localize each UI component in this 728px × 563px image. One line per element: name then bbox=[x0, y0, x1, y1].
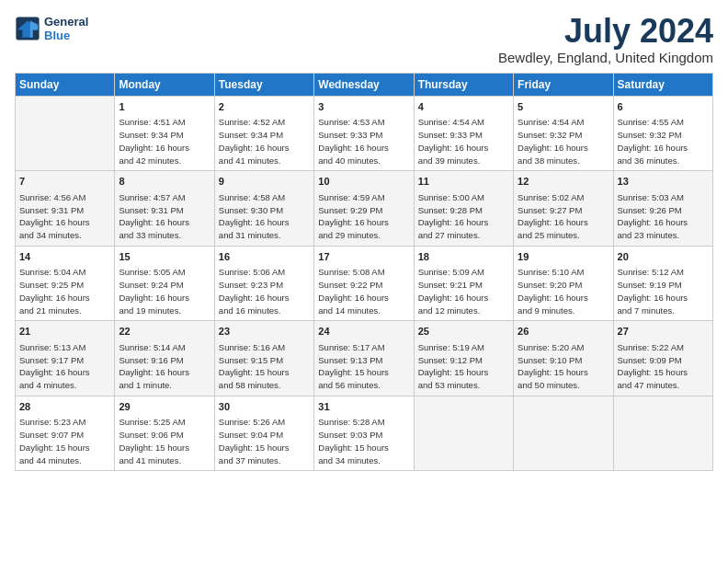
calendar-cell bbox=[514, 396, 613, 470]
day-info: Sunrise: 5:00 AM Sunset: 9:28 PM Dayligh… bbox=[418, 191, 509, 242]
day-info: Sunrise: 4:54 AM Sunset: 9:32 PM Dayligh… bbox=[518, 116, 609, 167]
calendar-cell: 30Sunrise: 5:26 AM Sunset: 9:04 PM Dayli… bbox=[214, 396, 313, 470]
calendar-cell: 27Sunrise: 5:22 AM Sunset: 9:09 PM Dayli… bbox=[613, 321, 712, 396]
calendar-cell: 18Sunrise: 5:09 AM Sunset: 9:21 PM Dayli… bbox=[414, 246, 513, 320]
calendar-cell: 17Sunrise: 5:08 AM Sunset: 9:22 PM Dayli… bbox=[314, 246, 414, 320]
calendar-cell: 29Sunrise: 5:25 AM Sunset: 9:06 PM Dayli… bbox=[115, 396, 214, 470]
calendar-cell: 8Sunrise: 4:57 AM Sunset: 9:31 PM Daylig… bbox=[115, 171, 214, 246]
calendar-week-5: 28Sunrise: 5:23 AM Sunset: 9:07 PM Dayli… bbox=[16, 396, 713, 470]
calendar-week-4: 21Sunrise: 5:13 AM Sunset: 9:17 PM Dayli… bbox=[16, 321, 713, 396]
calendar-cell: 16Sunrise: 5:06 AM Sunset: 9:23 PM Dayli… bbox=[214, 246, 313, 320]
day-info: Sunrise: 4:59 AM Sunset: 9:29 PM Dayligh… bbox=[318, 191, 409, 242]
day-info: Sunrise: 5:17 AM Sunset: 9:13 PM Dayligh… bbox=[318, 341, 409, 392]
day-number: 1 bbox=[119, 100, 210, 114]
calendar-cell: 19Sunrise: 5:10 AM Sunset: 9:20 PM Dayli… bbox=[514, 246, 613, 320]
day-number: 18 bbox=[418, 250, 509, 264]
calendar-cell: 12Sunrise: 5:02 AM Sunset: 9:27 PM Dayli… bbox=[514, 171, 613, 246]
day-info: Sunrise: 4:51 AM Sunset: 9:34 PM Dayligh… bbox=[119, 116, 210, 167]
day-info: Sunrise: 5:19 AM Sunset: 9:12 PM Dayligh… bbox=[418, 341, 509, 392]
day-info: Sunrise: 5:14 AM Sunset: 9:16 PM Dayligh… bbox=[119, 341, 210, 392]
day-info: Sunrise: 5:04 AM Sunset: 9:25 PM Dayligh… bbox=[19, 266, 110, 316]
calendar-cell: 10Sunrise: 4:59 AM Sunset: 9:29 PM Dayli… bbox=[314, 171, 414, 246]
calendar-cell: 7Sunrise: 4:56 AM Sunset: 9:31 PM Daylig… bbox=[16, 171, 115, 246]
day-info: Sunrise: 5:22 AM Sunset: 9:09 PM Dayligh… bbox=[618, 341, 709, 392]
calendar-week-3: 14Sunrise: 5:04 AM Sunset: 9:25 PM Dayli… bbox=[16, 246, 713, 320]
calendar-cell: 3Sunrise: 4:53 AM Sunset: 9:33 PM Daylig… bbox=[314, 97, 414, 171]
day-number: 29 bbox=[119, 400, 210, 414]
calendar-cell: 2Sunrise: 4:52 AM Sunset: 9:34 PM Daylig… bbox=[214, 97, 313, 171]
calendar-week-2: 7Sunrise: 4:56 AM Sunset: 9:31 PM Daylig… bbox=[16, 171, 713, 246]
day-number: 7 bbox=[19, 175, 110, 189]
calendar-cell: 20Sunrise: 5:12 AM Sunset: 9:19 PM Dayli… bbox=[613, 246, 712, 320]
day-number: 20 bbox=[618, 250, 709, 264]
weekday-header-friday: Friday bbox=[514, 74, 613, 97]
location-title: Bewdley, England, United Kingdom bbox=[498, 50, 713, 65]
day-info: Sunrise: 4:54 AM Sunset: 9:33 PM Dayligh… bbox=[418, 116, 509, 167]
calendar-cell: 23Sunrise: 5:16 AM Sunset: 9:15 PM Dayli… bbox=[214, 321, 313, 396]
calendar-cell: 13Sunrise: 5:03 AM Sunset: 9:26 PM Dayli… bbox=[613, 171, 712, 246]
day-info: Sunrise: 5:28 AM Sunset: 9:03 PM Dayligh… bbox=[318, 416, 409, 466]
calendar-cell: 15Sunrise: 5:05 AM Sunset: 9:24 PM Dayli… bbox=[115, 246, 214, 320]
calendar-cell: 31Sunrise: 5:28 AM Sunset: 9:03 PM Dayli… bbox=[314, 396, 414, 470]
logo-icon bbox=[15, 16, 40, 41]
day-number: 17 bbox=[318, 250, 409, 264]
weekday-header-sunday: Sunday bbox=[16, 74, 115, 97]
day-number: 27 bbox=[618, 325, 709, 339]
day-number: 9 bbox=[219, 175, 310, 189]
calendar-cell: 26Sunrise: 5:20 AM Sunset: 9:10 PM Dayli… bbox=[514, 321, 613, 396]
day-info: Sunrise: 5:16 AM Sunset: 9:15 PM Dayligh… bbox=[219, 341, 310, 392]
day-number: 24 bbox=[318, 325, 409, 339]
day-number: 13 bbox=[618, 175, 709, 189]
day-number: 5 bbox=[518, 100, 609, 114]
logo-text: General Blue bbox=[44, 15, 88, 42]
day-number: 21 bbox=[19, 325, 110, 339]
calendar-cell bbox=[613, 396, 712, 470]
day-info: Sunrise: 4:53 AM Sunset: 9:33 PM Dayligh… bbox=[318, 116, 409, 167]
calendar-cell: 28Sunrise: 5:23 AM Sunset: 9:07 PM Dayli… bbox=[16, 396, 115, 470]
day-number: 26 bbox=[518, 325, 609, 339]
calendar-cell: 1Sunrise: 4:51 AM Sunset: 9:34 PM Daylig… bbox=[115, 97, 214, 171]
day-info: Sunrise: 5:10 AM Sunset: 9:20 PM Dayligh… bbox=[518, 266, 609, 316]
day-number: 10 bbox=[318, 175, 409, 189]
day-info: Sunrise: 5:05 AM Sunset: 9:24 PM Dayligh… bbox=[119, 266, 210, 316]
calendar-cell: 22Sunrise: 5:14 AM Sunset: 9:16 PM Dayli… bbox=[115, 321, 214, 396]
weekday-header-thursday: Thursday bbox=[414, 74, 513, 97]
day-number: 6 bbox=[618, 100, 709, 114]
day-number: 19 bbox=[518, 250, 609, 264]
day-number: 15 bbox=[119, 250, 210, 264]
calendar-cell: 21Sunrise: 5:13 AM Sunset: 9:17 PM Dayli… bbox=[16, 321, 115, 396]
day-info: Sunrise: 5:20 AM Sunset: 9:10 PM Dayligh… bbox=[518, 341, 609, 392]
calendar-cell: 6Sunrise: 4:55 AM Sunset: 9:32 PM Daylig… bbox=[613, 97, 712, 171]
day-info: Sunrise: 5:26 AM Sunset: 9:04 PM Dayligh… bbox=[219, 416, 310, 466]
calendar-cell: 5Sunrise: 4:54 AM Sunset: 9:32 PM Daylig… bbox=[514, 97, 613, 171]
calendar-cell: 11Sunrise: 5:00 AM Sunset: 9:28 PM Dayli… bbox=[414, 171, 513, 246]
calendar-week-1: 1Sunrise: 4:51 AM Sunset: 9:34 PM Daylig… bbox=[16, 97, 713, 171]
weekday-header-tuesday: Tuesday bbox=[214, 74, 313, 97]
day-info: Sunrise: 5:08 AM Sunset: 9:22 PM Dayligh… bbox=[318, 266, 409, 316]
day-number: 22 bbox=[119, 325, 210, 339]
calendar-table: SundayMondayTuesdayWednesdayThursdayFrid… bbox=[15, 73, 713, 471]
day-info: Sunrise: 5:13 AM Sunset: 9:17 PM Dayligh… bbox=[19, 341, 110, 392]
calendar-cell: 4Sunrise: 4:54 AM Sunset: 9:33 PM Daylig… bbox=[414, 97, 513, 171]
day-number: 8 bbox=[119, 175, 210, 189]
day-info: Sunrise: 5:23 AM Sunset: 9:07 PM Dayligh… bbox=[19, 416, 110, 466]
day-number: 31 bbox=[318, 400, 409, 414]
day-info: Sunrise: 4:55 AM Sunset: 9:32 PM Dayligh… bbox=[618, 116, 709, 167]
day-info: Sunrise: 4:52 AM Sunset: 9:34 PM Dayligh… bbox=[219, 116, 310, 167]
calendar-cell bbox=[414, 396, 513, 470]
calendar-cell bbox=[16, 97, 115, 171]
day-number: 23 bbox=[219, 325, 310, 339]
day-info: Sunrise: 5:02 AM Sunset: 9:27 PM Dayligh… bbox=[518, 191, 609, 242]
weekday-header-row: SundayMondayTuesdayWednesdayThursdayFrid… bbox=[16, 74, 713, 97]
day-number: 3 bbox=[318, 100, 409, 114]
calendar-cell: 25Sunrise: 5:19 AM Sunset: 9:12 PM Dayli… bbox=[414, 321, 513, 396]
day-number: 30 bbox=[219, 400, 310, 414]
weekday-header-saturday: Saturday bbox=[613, 74, 712, 97]
day-number: 16 bbox=[219, 250, 310, 264]
day-number: 4 bbox=[418, 100, 509, 114]
page-header: General Blue July 2024 Bewdley, England,… bbox=[15, 15, 713, 65]
day-info: Sunrise: 5:25 AM Sunset: 9:06 PM Dayligh… bbox=[119, 416, 210, 466]
day-number: 14 bbox=[19, 250, 110, 264]
day-number: 11 bbox=[418, 175, 509, 189]
day-number: 28 bbox=[19, 400, 110, 414]
